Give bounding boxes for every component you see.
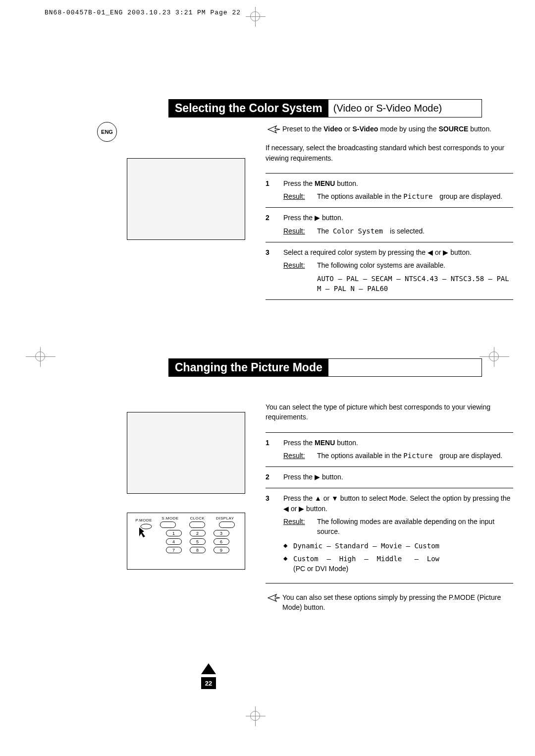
- page-frame: ENG Selecting the Color System (Video or…: [54, 28, 482, 702]
- step-row: 2 Press the ▶ button.: [266, 466, 513, 488]
- diamond-bullet-icon: ◆: [283, 541, 293, 551]
- step-number: 3: [266, 247, 283, 293]
- remote-key: 9: [214, 547, 229, 553]
- note-arrow-icon: [266, 124, 282, 134]
- mode-option: Dynamic – Standard – Movie – Custom: [293, 541, 439, 551]
- result-text: The options available in the Picturegrou…: [317, 191, 513, 201]
- step-number: 2: [266, 213, 283, 236]
- remote-key: 1: [166, 530, 182, 536]
- result-text: The following color systems are availabl…: [317, 260, 513, 270]
- color-system-options: AUTO – PAL – SECAM – NTSC4.43 – NTSC3.58…: [317, 274, 513, 294]
- result-text: The options available in the Picturegrou…: [317, 451, 513, 461]
- result-text: The following modes are available depend…: [317, 517, 513, 537]
- step-number: 3: [266, 493, 283, 577]
- section2-intro: You can select the type of picture which…: [266, 402, 513, 422]
- section1-intro: If necessary, select the broadcasting st…: [266, 143, 513, 163]
- step-row: 2 Press the ▶ button. Result: The Color …: [266, 207, 513, 242]
- remote-key: 2: [190, 530, 206, 536]
- step-number: 2: [266, 472, 283, 482]
- step-number: 1: [266, 178, 283, 202]
- crop-mark-bottom: [246, 706, 266, 726]
- step-row: 3 Select a required color system by pres…: [266, 242, 513, 300]
- remote-key: 6: [214, 538, 229, 545]
- remote-label: S.MODE: [161, 516, 179, 521]
- step-text: Press the ▲ or ▼ button to select Mode. …: [283, 493, 513, 514]
- section2-footnote: You can also set these options simply by…: [282, 592, 513, 613]
- step-text: Select a required color system by pressi…: [283, 247, 513, 257]
- pmode-pointer-icon: [137, 523, 152, 537]
- step-text: Press the MENU button.: [283, 178, 513, 188]
- result-label: Result:: [283, 260, 317, 270]
- remote-pmode-label: P.MODE: [132, 518, 152, 523]
- step-text: Press the ▶ button.: [283, 472, 513, 482]
- result-label: Result:: [283, 451, 317, 461]
- diamond-bullet-icon: ◆: [283, 554, 293, 574]
- remote-label: CLOCK: [190, 516, 205, 521]
- remote-key: 8: [190, 547, 206, 553]
- step-text: Press the MENU button.: [283, 438, 513, 448]
- remote-key: 4: [166, 538, 182, 545]
- remote-key: 5: [190, 538, 206, 545]
- result-label: Result:: [283, 191, 317, 201]
- crop-mark-top: [246, 7, 266, 27]
- osd-screenshot-2: [127, 412, 245, 494]
- step-number: 1: [266, 438, 283, 461]
- step-row: 1 Press the MENU button. Result: The opt…: [266, 173, 513, 208]
- svg-point-0: [141, 524, 152, 529]
- page-arrow-icon: [201, 663, 216, 674]
- remote-button: [219, 522, 235, 528]
- crop-mark-right: [480, 347, 509, 367]
- print-header: BN68-00457B-01_ENG 2003.10.23 3:21 PM Pa…: [45, 9, 241, 16]
- section1-subtitle: (Video or S-Video Mode): [328, 100, 447, 117]
- step-text: Press the ▶ button.: [283, 213, 513, 223]
- note-arrow-icon: [266, 592, 282, 602]
- page-number: 22: [201, 677, 216, 689]
- section1-preset-note: Preset to the Video or S-Video mode by u…: [282, 124, 513, 134]
- crop-mark-left: [26, 347, 55, 367]
- result-label: Result:: [283, 226, 317, 236]
- step-row: 1 Press the MENU button. Result: The opt…: [266, 432, 513, 467]
- section1-title-bar: Selecting the Color System (Video or S-V…: [168, 99, 482, 117]
- section2-title-bar: Changing the Picture Mode: [168, 358, 482, 377]
- remote-button: [160, 522, 176, 528]
- remote-label: DISPLAY: [216, 516, 234, 521]
- remote-key: 7: [166, 547, 182, 553]
- osd-screenshot-1: [127, 158, 245, 240]
- section1-title: Selecting the Color System: [169, 100, 328, 117]
- result-label: Result:: [283, 517, 317, 526]
- remote-button: [189, 522, 205, 528]
- remote-diagram: P.MODE S.MODE CLOCK DISPLAY: [127, 513, 245, 570]
- section2-title: Changing the Picture Mode: [169, 359, 328, 376]
- section1-steps: 1 Press the MENU button. Result: The opt…: [266, 173, 513, 300]
- section1-content: Preset to the Video or S-Video mode by u…: [266, 124, 513, 300]
- section2-steps: 1 Press the MENU button. Result: The opt…: [266, 432, 513, 583]
- section2-content: You can select the type of picture which…: [266, 402, 513, 621]
- remote-key: 3: [214, 530, 229, 536]
- step-row: 3 Press the ▲ or ▼ button to select Mode…: [266, 488, 513, 583]
- language-badge: ENG: [97, 122, 117, 142]
- mode-option: Custom – High – Middle – Low(PC or DVI M…: [293, 554, 439, 574]
- result-text: The Color Systemis selected.: [317, 226, 513, 236]
